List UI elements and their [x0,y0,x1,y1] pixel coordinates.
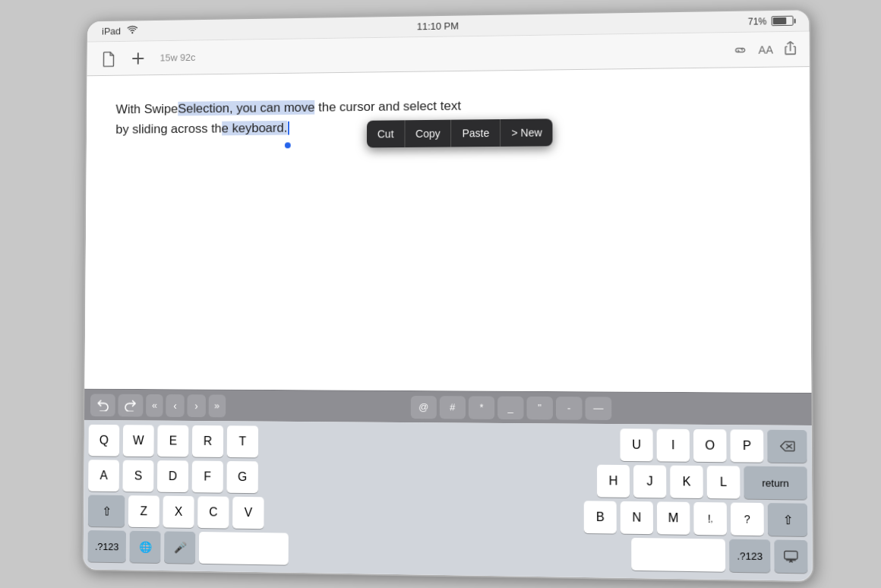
text-content[interactable]: With SwipeSelection, you can move the cu… [87,67,810,163]
context-menu: Cut Copy Paste > New [367,119,553,147]
keyboard-gap-3 [267,497,579,533]
text-before-selection: With Swipe [115,102,178,116]
num-sym-key-right[interactable]: .?123 [729,539,770,573]
space-key-right[interactable] [631,538,725,572]
share-icon[interactable] [784,40,797,57]
key-exclaim[interactable]: !, [693,502,727,536]
key-j[interactable]: J [633,465,666,498]
num-sym-key-left[interactable]: .?123 [87,530,126,562]
keyboard-left-row-2: A S D F G [88,460,258,493]
text-cursor-wrapper [287,118,289,138]
keyboard-row-4: .?123 🌐 🎤 .?123 [87,530,807,573]
word-count: 15w 92c [160,52,196,63]
key-d[interactable]: D [157,460,188,492]
link-icon[interactable] [734,43,748,56]
battery-icon [772,16,794,27]
symbol-emdash[interactable]: — [585,397,611,420]
backspace-key[interactable] [767,430,807,463]
font-size-icon[interactable]: AA [759,43,773,55]
toolbar-right: AA [734,40,797,58]
symbol-dash[interactable]: - [556,397,583,420]
swipe-tool-left: « ‹ › » [90,394,226,417]
copy-button[interactable]: Copy [405,120,451,147]
new-document-button[interactable] [128,48,148,69]
status-left: iPad [102,25,138,36]
ipad-frame: iPad 11:10 PM 71% [82,8,814,583]
key-k[interactable]: K [670,466,703,498]
key-r[interactable]: R [192,425,223,457]
swipe-toolbar: « ‹ › » @ # * _ " - — [84,389,811,425]
key-i[interactable]: I [657,429,690,462]
keyboard-right-row-2: H J K L return [597,465,807,500]
keyboard-right-row-3: B N M !, ? ⇧ [584,501,807,536]
status-right: 71% [748,15,794,27]
wifi-icon [127,25,138,36]
svg-rect-5 [785,552,797,559]
keyboard-row-3: ⇧ Z X C V B N M !, ? ⇧ [88,495,807,536]
key-l[interactable]: L [707,466,740,498]
key-e[interactable]: E [157,425,188,457]
nav-back-button[interactable]: ‹ [166,394,185,417]
text-selection-2: e keyboard. [222,121,288,136]
key-q[interactable]: Q [89,425,120,457]
mic-key[interactable]: 🎤 [164,531,195,563]
keyboard-left-row-3: ⇧ Z X C V [88,495,264,530]
content-area[interactable]: Cut Copy Paste > New With SwipeSelection… [84,67,811,393]
keyboard-gap-1 [262,426,617,461]
swipe-tool-symbols: @ # * _ " - — [411,396,611,420]
return-key[interactable]: return [744,466,807,500]
key-s[interactable]: S [122,460,153,492]
keyboard-gap-4 [292,533,628,571]
key-h[interactable]: H [597,465,630,498]
key-u[interactable]: U [620,428,653,461]
keyboard-left-row-1: Q W E R T [89,425,259,458]
space-key-left[interactable] [199,532,289,565]
keyboard-right-row-4: .?123 [631,538,807,574]
key-x[interactable]: X [163,496,194,528]
key-v[interactable]: V [232,497,264,529]
battery-percent: 71% [748,16,767,27]
keyboard-left-row-4: .?123 🌐 🎤 [87,530,288,565]
key-z[interactable]: Z [128,495,159,527]
key-p[interactable]: P [731,429,764,462]
key-g[interactable]: G [227,461,258,493]
nav-end-button[interactable]: » [208,394,226,417]
key-b[interactable]: B [584,501,617,533]
keyboard-row-2: A S D F G H J K L return [88,460,807,499]
key-m[interactable]: M [657,501,690,534]
keyboard-row-1: Q W E R T U I O P [89,425,807,463]
globe-key[interactable]: 🌐 [130,531,161,563]
redo-button[interactable] [118,394,143,416]
text-selection: Selection, you can move [178,100,314,116]
key-a[interactable]: A [88,460,119,492]
keyboard-right-row-1: U I O P [620,428,807,463]
symbol-quote[interactable]: " [526,396,552,419]
undo-button[interactable] [90,394,115,416]
text-cursor [288,122,289,135]
key-c[interactable]: C [197,496,229,528]
paste-button[interactable]: Paste [452,119,501,147]
cut-button[interactable]: Cut [367,120,405,147]
symbol-hash[interactable]: # [440,396,466,419]
keyboard-hide-key[interactable] [774,540,807,574]
key-question[interactable]: ? [731,503,764,536]
keyboard-gap-2 [262,461,593,497]
shift-key-right[interactable]: ⇧ [768,503,807,536]
keyboard: Q W E R T U I O P [84,420,813,581]
symbol-asterisk[interactable]: * [469,396,494,419]
symbol-at[interactable]: @ [411,396,437,419]
new-button[interactable]: > New [500,119,552,147]
time-display: 11:10 PM [417,21,459,33]
nav-forward-button[interactable]: › [187,394,205,417]
key-t[interactable]: T [227,425,258,457]
doc-icon[interactable] [99,48,119,69]
key-o[interactable]: O [693,429,727,462]
device-model: iPad [102,26,121,37]
key-n[interactable]: N [620,501,653,534]
shift-key-left[interactable]: ⇧ [88,495,125,527]
symbol-underscore[interactable]: _ [497,396,523,419]
key-w[interactable]: W [123,425,154,457]
nav-start-button[interactable]: « [146,394,163,416]
key-f[interactable]: F [192,461,223,493]
cursor-handle [285,143,291,149]
